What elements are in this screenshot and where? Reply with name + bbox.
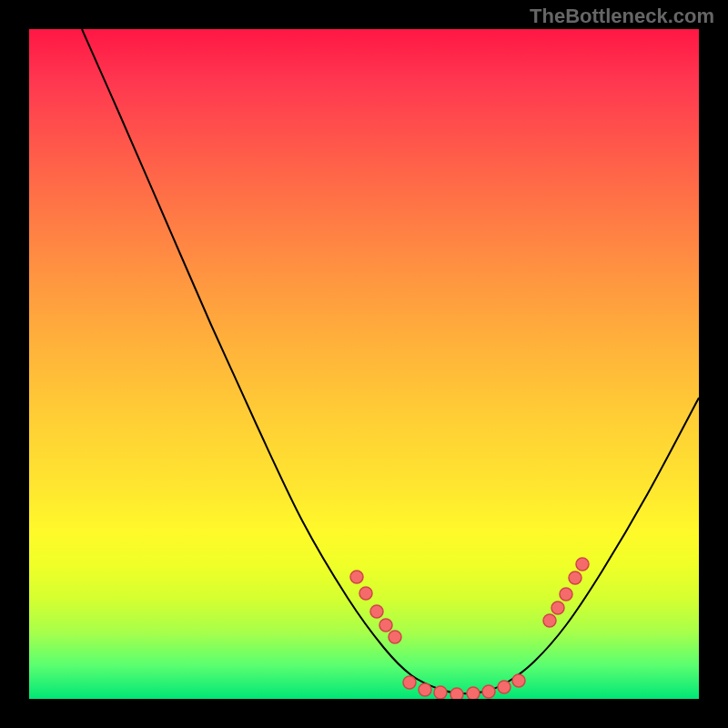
data-marker	[403, 676, 416, 689]
data-marker	[370, 605, 383, 618]
data-marker	[359, 587, 372, 600]
data-marker	[569, 571, 581, 584]
data-marker	[419, 683, 431, 696]
bottleneck-curve	[82, 29, 699, 693]
data-marker	[543, 614, 556, 627]
data-markers-group	[350, 558, 589, 699]
chart-plot-area	[29, 29, 699, 699]
data-marker	[560, 588, 572, 601]
watermark-text: TheBottleneck.com	[530, 5, 714, 28]
data-marker	[389, 631, 401, 643]
data-marker	[576, 558, 589, 571]
data-marker	[467, 687, 480, 699]
chart-svg	[29, 29, 699, 699]
data-marker	[551, 602, 564, 614]
data-marker	[350, 571, 363, 583]
data-marker	[498, 681, 511, 693]
data-marker	[434, 686, 447, 699]
data-marker	[379, 619, 392, 632]
data-marker	[512, 674, 525, 687]
data-marker	[482, 685, 495, 698]
data-marker	[450, 688, 463, 699]
